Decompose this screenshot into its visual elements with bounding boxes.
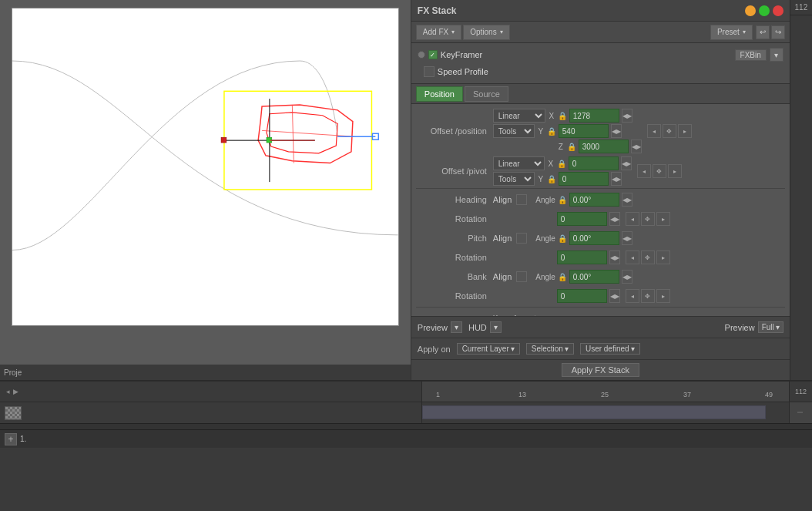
preset-button[interactable]: Preset ▾ [710, 25, 753, 40]
heading-angle-arrow[interactable]: ◀▶ [622, 193, 632, 207]
canvas-white [12, 8, 399, 326]
close-button[interactable] [773, 5, 783, 16]
bank-rotation-field[interactable] [557, 289, 607, 303]
nav-right-btn[interactable]: ▸ [678, 124, 692, 138]
fxbin-button[interactable]: FXBin [735, 49, 767, 61]
heading-angle-lock[interactable]: 🔒 [558, 196, 567, 204]
y-arrow-btn[interactable]: ◀▶ [611, 124, 622, 138]
interp-y-dropdown[interactable]: Tools Linear [493, 124, 535, 138]
offset-pivot-row: Offset /pivot Linear Constant X 🔒 [416, 156, 785, 186]
pivot-y-field[interactable] [559, 172, 609, 186]
pitch-rotation-field[interactable] [557, 250, 607, 264]
pivot-y-arrow[interactable]: ◀▶ [611, 172, 622, 186]
ruler-49: 49 [765, 391, 773, 398]
z-arrow-btn[interactable]: ◀▶ [631, 140, 642, 153]
fx-item-keyframer[interactable]: ✓ KeyFramer FXBin ▾ [414, 46, 787, 63]
timeline-scroll-left[interactable]: ◂ [6, 388, 10, 395]
nav-tool-btn[interactable]: ✥ [663, 124, 676, 138]
heading-nav-right[interactable]: ▸ [656, 212, 670, 226]
track-bar-1[interactable] [422, 405, 766, 419]
heading-align-checkbox[interactable] [516, 194, 527, 205]
heading-angle-field[interactable] [569, 193, 619, 207]
bank-right-controls: ◂ ✥ ▸ [626, 289, 670, 303]
preset-arrow: ▾ [743, 29, 746, 35]
pitch-angle-arrow[interactable]: ◀▶ [622, 231, 632, 245]
pivot-nav-tool[interactable]: ✥ [653, 164, 666, 178]
interp-x-dropdown[interactable]: Linear Constant Ease In Ease Out [493, 109, 545, 123]
bank-nav-tool[interactable]: ✥ [641, 289, 655, 303]
pitch-nav-right[interactable]: ▸ [656, 250, 670, 264]
offset-position-label: Offset /position [416, 126, 493, 136]
y-value-field[interactable] [559, 124, 609, 138]
pivot-nav-right[interactable]: ▸ [668, 164, 682, 178]
preview-right-dropdown[interactable]: Full ▾ [758, 321, 783, 333]
ruler-1: 1 [436, 391, 440, 398]
heading-rotation-arrow[interactable]: ◀▶ [609, 212, 620, 226]
bank-angle-arrow[interactable]: ◀▶ [622, 270, 632, 284]
heading-nav-tool[interactable]: ✥ [641, 212, 655, 226]
ruler-25: 25 [601, 391, 609, 398]
bank-rotation-arrow[interactable]: ◀▶ [609, 289, 620, 303]
tab-bar: Position Source [411, 84, 790, 104]
timeline-scrollbar[interactable] [0, 423, 812, 429]
bottom-section: ◂ ▶ 1 13 25 37 49 112 | + 1. [0, 380, 812, 511]
pivot-interp-x[interactable]: Linear Constant [493, 156, 545, 170]
speed-profile-checkbox[interactable] [424, 66, 435, 77]
tab-source[interactable]: Source [465, 86, 508, 102]
undo-button[interactable]: ↩ [756, 25, 770, 39]
pivot-x-field[interactable] [569, 156, 619, 170]
timeline-play-icon[interactable]: ▶ [13, 388, 18, 395]
tab-position[interactable]: Position [416, 86, 463, 102]
heading-rotation-field[interactable] [557, 212, 607, 226]
options-button[interactable]: Options ▾ [463, 25, 509, 40]
x-lock-icon[interactable]: 🔒 [558, 112, 567, 120]
pitch-rotation-arrow[interactable]: ◀▶ [609, 250, 620, 264]
minimize-button[interactable] [745, 5, 756, 16]
pitch-align-checkbox[interactable] [516, 233, 527, 244]
ruler-13: 13 [518, 391, 526, 398]
nav-left-btn[interactable]: ◂ [647, 124, 661, 138]
offset-pivot-label: Offset /pivot [416, 166, 493, 176]
x-value-field[interactable] [569, 109, 619, 123]
bank-angle-lock[interactable]: 🔒 [558, 273, 567, 281]
preview-left-dropdown[interactable]: ▾ [451, 321, 462, 333]
fx-content: Offset /position Linear Constant Ease In… [411, 104, 790, 316]
pitch-angle-lock[interactable]: 🔒 [558, 234, 567, 243]
pivot-x-arrow[interactable]: ◀▶ [621, 156, 632, 170]
current-layer-dropdown[interactable]: Current Layer ▾ [457, 343, 520, 355]
user-defined-dropdown[interactable]: User defined ▾ [580, 343, 640, 355]
bank-align-checkbox[interactable] [516, 271, 527, 282]
pitch-angle-field[interactable] [569, 231, 619, 245]
x-arrow-btn[interactable]: ◀▶ [622, 109, 632, 123]
z-value-field[interactable] [579, 140, 629, 153]
z-lock-icon[interactable]: 🔒 [567, 143, 576, 151]
bank-controls: Align Angle 🔒 ◀▶ [493, 270, 785, 284]
bank-angle-field[interactable] [569, 270, 619, 284]
fx-item-speed-profile[interactable]: Speed Profile [414, 63, 787, 80]
maximize-button[interactable] [759, 5, 770, 16]
selection-dropdown[interactable]: Selection ▾ [526, 343, 574, 355]
hud-dropdown[interactable]: ▾ [490, 321, 502, 333]
pivot-nav-left[interactable]: ◂ [637, 164, 651, 178]
apply-fx-stack-button[interactable]: Apply FX Stack [562, 363, 639, 377]
fx-item-check[interactable]: ✓ [428, 50, 438, 59]
pitch-nav-tool[interactable]: ✥ [641, 250, 655, 264]
frame-number-display: 1. [20, 435, 26, 443]
pivot-interp-y[interactable]: Tools Linear [493, 172, 535, 186]
heading-label: Heading [416, 195, 493, 204]
add-fx-button[interactable]: Add FX ▾ [416, 25, 461, 40]
pivot-x-lock[interactable]: 🔒 [557, 160, 566, 168]
pivot-y-lock[interactable]: 🔒 [547, 175, 556, 183]
bank-nav-right[interactable]: ▸ [656, 289, 670, 303]
heading-rotation-label: Rotation [416, 214, 493, 224]
track-row-1: | [0, 402, 812, 423]
bank-nav-left[interactable]: ◂ [626, 289, 639, 303]
pitch-nav-left[interactable]: ◂ [626, 250, 639, 264]
y-lock-icon[interactable]: 🔒 [547, 127, 556, 136]
heading-nav-left[interactable]: ◂ [626, 212, 639, 226]
add-track-button[interactable]: + [5, 433, 17, 445]
fxbin-arrow-button[interactable]: ▾ [770, 48, 783, 62]
redo-button[interactable]: ↪ [771, 25, 785, 39]
canvas-area: Proje [0, 0, 411, 380]
preview-full-label: Full [762, 323, 774, 331]
